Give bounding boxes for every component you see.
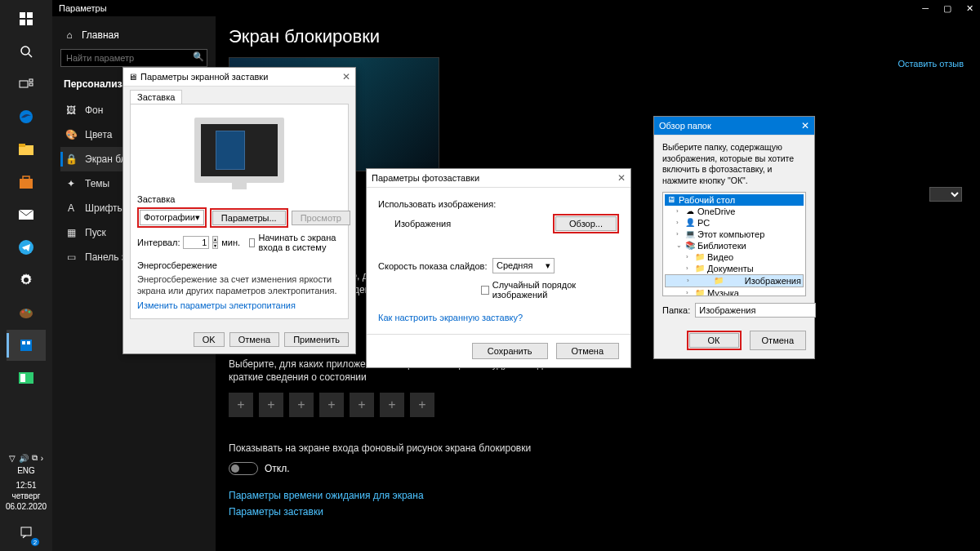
preview-dropdown[interactable] bbox=[929, 187, 962, 202]
tree-item[interactable]: ›👤PC bbox=[665, 217, 804, 229]
start-button[interactable] bbox=[7, 3, 46, 34]
maximize-button[interactable]: ▢ bbox=[943, 3, 951, 14]
interval-unit: мин. bbox=[221, 238, 240, 247]
folder-icon: 📁 bbox=[695, 264, 705, 273]
notifications-icon[interactable]: 2 bbox=[7, 517, 46, 548]
theme-icon: ✦ bbox=[65, 178, 77, 189]
lock-icon: 🔒 bbox=[65, 153, 77, 165]
add-quick-app[interactable]: + bbox=[319, 393, 344, 417]
app-icon[interactable] bbox=[7, 362, 46, 393]
folder-icon: 📁 bbox=[714, 276, 724, 285]
apply-button[interactable]: Применить bbox=[284, 332, 349, 347]
explorer-icon[interactable] bbox=[7, 134, 46, 165]
svg-point-18 bbox=[25, 309, 28, 312]
picture-icon: 🖼 bbox=[65, 104, 77, 116]
add-quick-app[interactable]: + bbox=[229, 393, 253, 417]
add-quick-app[interactable]: + bbox=[289, 393, 314, 417]
tab-saver[interactable]: Заставка bbox=[130, 90, 182, 104]
network-icon[interactable]: ⧉ bbox=[32, 453, 38, 463]
help-link[interactable]: Как настроить экранную заставку? bbox=[378, 313, 523, 322]
svg-point-19 bbox=[29, 311, 31, 313]
dialog-title: Обзор папок bbox=[659, 121, 711, 131]
search-input[interactable] bbox=[60, 49, 207, 67]
show-bg-toggle[interactable] bbox=[229, 462, 258, 475]
add-quick-app[interactable]: + bbox=[350, 393, 374, 417]
browse-button[interactable]: Обзор... bbox=[555, 216, 617, 231]
close-button[interactable]: ✕ bbox=[342, 71, 350, 82]
svg-rect-21 bbox=[22, 341, 25, 344]
dialog-desc: Выберите папку, содержащую изображения, … bbox=[662, 142, 806, 187]
svg-rect-2 bbox=[20, 20, 25, 25]
tree-item-selected[interactable]: ›📁Изображения bbox=[665, 274, 804, 287]
random-label: Случайный порядок изображений bbox=[492, 280, 619, 300]
tree-item[interactable]: ›📁Видео bbox=[665, 251, 804, 263]
svg-rect-22 bbox=[27, 341, 30, 344]
dialog-title: Параметры фотозаставки bbox=[372, 173, 479, 183]
tray-expand-icon[interactable]: ▽ bbox=[9, 454, 16, 463]
svg-rect-0 bbox=[20, 12, 25, 18]
folder-icon: 📁 bbox=[695, 252, 705, 261]
interval-input[interactable] bbox=[183, 236, 209, 249]
ok-button[interactable]: OK bbox=[194, 332, 225, 347]
settings-app-icon[interactable] bbox=[7, 330, 46, 361]
interval-up[interactable]: ▴ bbox=[212, 236, 218, 242]
add-quick-app[interactable]: + bbox=[410, 393, 434, 417]
cancel-button[interactable]: Отмена bbox=[229, 332, 279, 347]
library-icon: 📚 bbox=[685, 241, 695, 250]
folder-input[interactable] bbox=[695, 303, 816, 318]
cancel-button[interactable]: Отмена bbox=[556, 343, 619, 359]
link-screensaver[interactable]: Параметры заставки bbox=[229, 506, 967, 518]
home-button[interactable]: ⌂ Главная bbox=[64, 29, 207, 41]
link-timeout[interactable]: Параметры времени ожидания для экрана bbox=[229, 490, 967, 501]
svg-rect-6 bbox=[20, 81, 28, 87]
svg-rect-12 bbox=[20, 179, 33, 189]
mail-icon[interactable] bbox=[7, 199, 46, 230]
minimize-button[interactable]: ─ bbox=[922, 3, 929, 14]
telegram-icon[interactable] bbox=[7, 232, 46, 263]
close-button[interactable]: ✕ bbox=[801, 120, 809, 131]
desktop-icon: 🖥 bbox=[666, 195, 676, 204]
save-button[interactable]: Сохранить bbox=[472, 343, 548, 359]
svg-line-5 bbox=[29, 54, 32, 57]
show-bg-label: Показывать на экране входа фоновый рисун… bbox=[229, 442, 572, 455]
tree-item[interactable]: ›📁Документы bbox=[665, 263, 804, 274]
svg-rect-24 bbox=[20, 374, 25, 382]
paint-icon[interactable] bbox=[7, 297, 46, 328]
tree-item[interactable]: ›📁Музыка bbox=[665, 287, 804, 296]
close-button[interactable]: ✕ bbox=[966, 3, 973, 14]
tree-item[interactable]: ⌄📚Библиотеки bbox=[665, 240, 804, 251]
interval-down[interactable]: ▾ bbox=[212, 242, 218, 249]
add-quick-app[interactable]: + bbox=[380, 393, 404, 417]
search-icon[interactable] bbox=[7, 36, 46, 67]
more-icon[interactable]: › bbox=[41, 454, 43, 463]
interval-label: Интервал: bbox=[137, 238, 180, 247]
random-checkbox[interactable] bbox=[481, 286, 489, 295]
taskview-icon[interactable] bbox=[7, 69, 46, 100]
volume-icon[interactable]: 🔊 bbox=[19, 454, 29, 463]
folder-tree[interactable]: 🖥Рабочий стол ›☁OneDrive ›👤PC ›💻Этот ком… bbox=[662, 192, 806, 296]
clock[interactable]: 12:51 четверг 06.02.2020 bbox=[6, 480, 47, 512]
search-icon: 🔍 bbox=[193, 51, 204, 62]
font-icon: A bbox=[65, 202, 77, 214]
resume-checkbox[interactable] bbox=[249, 238, 255, 247]
tree-item[interactable]: 🖥Рабочий стол bbox=[665, 194, 804, 206]
add-quick-app[interactable]: + bbox=[259, 393, 283, 417]
power-link[interactable]: Изменить параметры электропитания bbox=[137, 300, 296, 310]
svg-point-4 bbox=[21, 47, 29, 55]
monitor-icon: 🖥 bbox=[128, 72, 137, 82]
store-icon[interactable] bbox=[7, 167, 46, 198]
close-button[interactable]: ✕ bbox=[617, 172, 626, 184]
params-button[interactable]: Параметры... bbox=[212, 211, 286, 225]
tree-item[interactable]: ›💻Этот компьютер bbox=[665, 229, 804, 240]
svg-rect-7 bbox=[29, 79, 33, 82]
gear-icon[interactable] bbox=[7, 264, 46, 295]
speed-select[interactable]: Средняя▾ bbox=[492, 258, 555, 273]
cancel-button[interactable]: Отмена bbox=[750, 331, 806, 350]
language-indicator[interactable]: ENG bbox=[17, 466, 35, 475]
ok-button[interactable]: ОК bbox=[689, 333, 739, 348]
tree-item[interactable]: ›☁OneDrive bbox=[665, 206, 804, 217]
saver-select[interactable]: Фотографии▾ bbox=[140, 210, 204, 225]
edge-icon[interactable] bbox=[7, 101, 46, 132]
svg-rect-3 bbox=[27, 20, 33, 25]
preview-button[interactable]: Просмотр bbox=[292, 211, 350, 225]
